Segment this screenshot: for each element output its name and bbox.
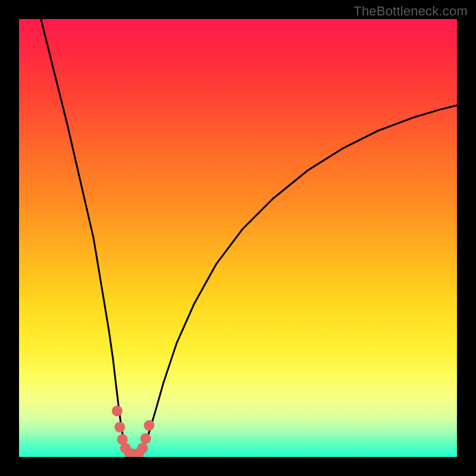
curve-path bbox=[41, 19, 457, 455]
chart-frame: TheBottleneck.com bbox=[0, 0, 476, 476]
data-dot bbox=[137, 443, 148, 453]
data-dot bbox=[144, 420, 155, 431]
data-dot bbox=[140, 433, 151, 444]
data-dot bbox=[114, 422, 125, 433]
bottleneck-curve bbox=[19, 19, 457, 457]
data-dot bbox=[112, 406, 123, 416]
plot-area bbox=[19, 19, 457, 457]
watermark-text: TheBottleneck.com bbox=[353, 4, 468, 19]
